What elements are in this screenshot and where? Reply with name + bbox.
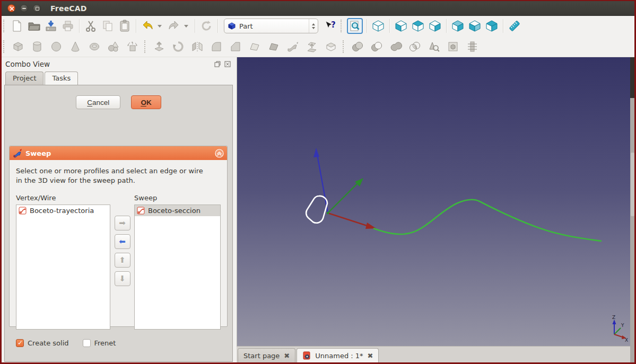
measure-distance-button[interactable] <box>507 19 522 33</box>
sweep-panel-header[interactable]: Sweep <box>10 146 227 160</box>
sweep-options: Create solid Frenet <box>10 339 227 347</box>
cone-button[interactable] <box>67 39 83 55</box>
profile-sketch[interactable] <box>306 196 327 223</box>
toolbar-grip[interactable] <box>144 40 148 53</box>
cylinder-button[interactable] <box>29 39 45 55</box>
move-left-button[interactable]: ⬅ <box>115 234 130 249</box>
redo-dropdown-button[interactable] <box>182 19 190 33</box>
tab-start-page[interactable]: Start page ✖ <box>238 348 295 362</box>
create-solid-checkbox[interactable]: Create solid <box>16 339 69 347</box>
offset-button[interactable] <box>323 39 339 55</box>
sweep-surface-button[interactable] <box>285 39 301 55</box>
cylinder-icon <box>31 41 43 52</box>
boolean-fuse-button[interactable] <box>388 39 404 55</box>
frenet-checkbox[interactable]: Frenet <box>83 339 116 347</box>
vertex-wire-list[interactable]: Boceto-trayectoria <box>16 205 110 330</box>
front-view-button[interactable] <box>394 19 408 33</box>
move-down-button[interactable]: ⬇ <box>115 271 130 286</box>
right-scrollbar[interactable] <box>630 57 635 363</box>
toolbar-grip[interactable] <box>343 40 346 53</box>
ruled-surface-button[interactable] <box>247 39 263 55</box>
primitives-button[interactable] <box>106 39 121 55</box>
close-tab-icon[interactable]: ✖ <box>368 352 373 360</box>
copy-button[interactable] <box>100 19 115 33</box>
move-left-icon: ⬅ <box>119 237 126 246</box>
collapse-chevrons-icon[interactable] <box>215 149 224 158</box>
refresh-button[interactable] <box>199 19 214 33</box>
fit-all-button[interactable] <box>347 18 363 34</box>
viewport-3d[interactable]: Z Y X <box>237 57 630 346</box>
box-button[interactable] <box>10 39 26 55</box>
ok-button[interactable]: OK <box>131 95 161 109</box>
save-button[interactable] <box>43 19 58 33</box>
scrollbar-thumb[interactable] <box>631 153 634 216</box>
sweep-list[interactable]: Boceto-seccion <box>134 205 221 330</box>
list-item[interactable]: Boceto-seccion <box>135 205 220 216</box>
boolean-union-button[interactable] <box>350 39 365 55</box>
undo-dropdown-button[interactable] <box>156 19 163 33</box>
move-right-button[interactable]: ➡ <box>115 216 130 230</box>
cancel-button[interactable]: Cancel <box>76 95 120 109</box>
workbench-spinner[interactable] <box>309 19 318 33</box>
axonometric-view-icon <box>371 19 385 33</box>
toolbar-separator <box>217 19 218 33</box>
close-panel-button[interactable] <box>224 60 231 67</box>
left-view-button[interactable] <box>484 19 499 33</box>
make-face-button[interactable] <box>266 39 282 55</box>
workbench-selector[interactable]: Part <box>224 19 318 33</box>
tab-project[interactable]: Project <box>5 72 43 85</box>
open-folder-button[interactable] <box>27 19 41 33</box>
extrude-button[interactable] <box>151 39 167 55</box>
check-geometry-button[interactable] <box>426 39 442 55</box>
print-button[interactable] <box>60 19 75 33</box>
move-up-button[interactable]: ⬆ <box>115 253 130 268</box>
torus-button[interactable] <box>86 39 102 55</box>
move-right-icon: ➡ <box>119 218 126 228</box>
tasks-panel: Cancel OK Sweep Select one or more profi… <box>4 85 233 362</box>
toolbar-separator <box>195 19 195 33</box>
cross-sections-button[interactable] <box>464 39 480 55</box>
vertex-wire-label: Vertex/Wire <box>16 194 110 202</box>
revolve-button[interactable] <box>170 39 186 55</box>
top-view-button[interactable] <box>411 19 425 33</box>
maximize-button[interactable] <box>33 4 41 12</box>
toolbar-grip[interactable] <box>341 20 344 32</box>
toolbar-grip[interactable] <box>3 20 7 32</box>
fillet-button[interactable] <box>208 39 224 55</box>
float-panel-button[interactable] <box>214 60 221 67</box>
axonometric-view-button[interactable] <box>371 19 386 33</box>
cut-button[interactable] <box>83 19 98 33</box>
freecad-document-icon <box>302 351 311 360</box>
boolean-common-button[interactable] <box>407 39 423 55</box>
close-tab-icon[interactable]: ✖ <box>284 352 290 360</box>
undo-button[interactable] <box>140 19 155 33</box>
list-item[interactable]: Boceto-trayectoria <box>16 205 110 216</box>
list-item-label: Boceto-seccion <box>148 207 201 215</box>
print-icon <box>62 20 74 32</box>
shape-builder-button[interactable] <box>125 39 141 55</box>
boolean-fuse-icon <box>389 41 402 52</box>
tab-tasks[interactable]: Tasks <box>45 72 78 85</box>
tab-unnamed-document[interactable]: Unnamed : 1* ✖ <box>297 348 379 362</box>
sphere-button[interactable] <box>48 39 64 55</box>
chamfer-button[interactable] <box>228 39 243 55</box>
close-button[interactable] <box>7 4 15 12</box>
toolbar-grip[interactable] <box>3 40 7 53</box>
right-view-button[interactable] <box>428 19 442 33</box>
boolean-cut-button[interactable] <box>369 39 385 55</box>
sketch-icon <box>19 207 27 215</box>
loft-button[interactable] <box>304 39 320 55</box>
task-dialog-buttons: Cancel OK <box>5 95 232 109</box>
whats-this-button[interactable]: ? <box>323 19 337 33</box>
cut-icon <box>84 20 97 32</box>
new-document-button[interactable] <box>10 19 24 33</box>
defeaturing-button[interactable] <box>445 39 461 55</box>
redo-button[interactable] <box>167 19 181 33</box>
paste-button[interactable] <box>117 19 132 33</box>
sweep-path-curve[interactable] <box>373 200 602 241</box>
mirror-button[interactable] <box>189 39 205 55</box>
bottom-view-button[interactable] <box>467 19 482 33</box>
rear-view-button[interactable] <box>450 19 465 33</box>
minimize-button[interactable] <box>20 4 28 12</box>
boolean-union-icon <box>351 41 364 52</box>
